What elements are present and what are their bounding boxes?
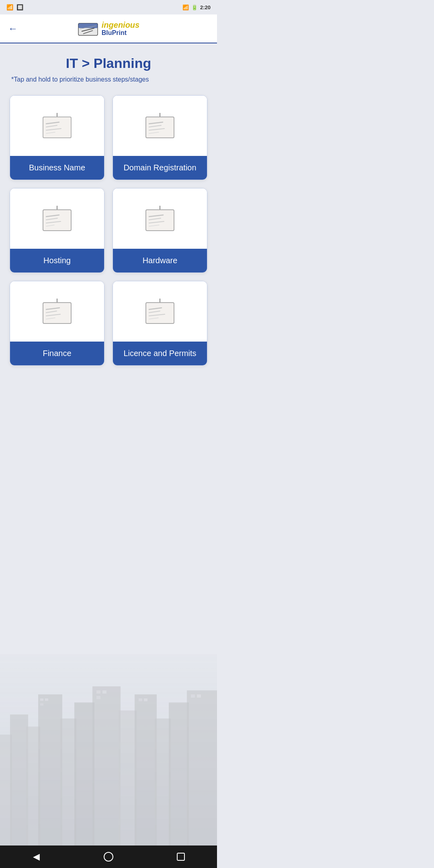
card-finance[interactable]: Finance [10,281,104,366]
card-business-name[interactable]: Business Name [10,95,104,180]
logo-icon [78,20,98,37]
licence-permits-icon [142,297,178,327]
card-business-name-label: Business Name [10,156,104,180]
status-left-icons: 📶 🔲 [6,4,23,10]
notification-icon: 🔲 [16,4,23,10]
battery-icon: 🔋 [191,4,198,10]
svg-rect-38 [146,117,174,138]
card-business-name-image [10,96,104,156]
status-right-icons: 📶 🔋 2:20 [182,4,211,10]
card-domain-registration-image [113,96,207,156]
logo: ingenious BluPrint [78,20,139,37]
svg-rect-66 [146,303,174,323]
card-hosting-label: Hosting [10,249,104,272]
card-hosting[interactable]: Hosting [10,188,104,273]
card-licence-permits-label: Licence and Permits [113,342,207,365]
sim-icon: 📶 [6,4,13,10]
domain-registration-icon [142,111,178,141]
logo-text: ingenious BluPrint [102,20,139,37]
card-finance-label: Finance [10,342,104,365]
card-finance-image [10,281,104,342]
time-display: 2:20 [200,4,211,10]
svg-rect-59 [43,303,71,323]
card-licence-permits-image [113,281,207,342]
hosting-icon [39,204,75,234]
status-bar: 📶 🔲 📶 🔋 2:20 [0,0,217,14]
back-button[interactable]: ← [8,23,18,34]
page-subtitle: *Tap and hold to prioritize business ste… [10,76,207,83]
card-licence-permits[interactable]: Licence and Permits [113,281,207,366]
svg-rect-45 [43,210,71,231]
logo-blueprint: BluPrint [102,29,139,37]
top-nav: ← ingenious BluPrint [0,14,217,43]
hardware-icon [142,204,178,234]
finance-icon [39,297,75,327]
card-hardware-image [113,188,207,249]
card-hardware-label: Hardware [113,249,207,272]
logo-ingenious: ingenious [102,20,139,29]
svg-rect-52 [146,210,174,231]
cards-grid: Business Name Domain Registration [10,95,207,366]
business-name-icon [39,111,75,141]
signal-icon: 📶 [182,4,189,10]
page-title: IT > Planning [10,55,207,71]
card-domain-registration[interactable]: Domain Registration [113,95,207,180]
card-hardware[interactable]: Hardware [113,188,207,273]
card-hosting-image [10,188,104,249]
main-content: IT > Planning *Tap and hold to prioritiz… [0,43,217,378]
svg-rect-30 [43,117,71,138]
card-domain-registration-label: Domain Registration [113,156,207,180]
